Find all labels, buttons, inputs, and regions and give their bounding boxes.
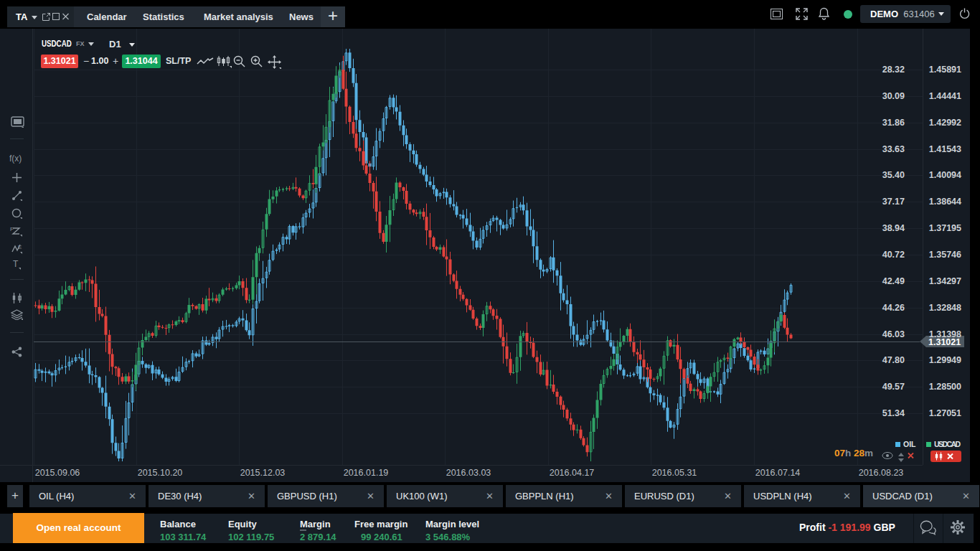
svg-text:49.57: 49.57: [882, 382, 905, 392]
svg-text:2016.05.31: 2016.05.31: [652, 468, 697, 478]
svg-text:44.26: 44.26: [882, 303, 905, 313]
svg-text:28.32: 28.32: [882, 65, 905, 75]
svg-text:2015.10.20: 2015.10.20: [138, 468, 183, 478]
svg-text:USDCAD: USDCAD: [934, 440, 961, 448]
svg-text:2016.04.17: 2016.04.17: [550, 468, 595, 478]
svg-text:46.03: 46.03: [882, 329, 905, 339]
svg-text:30.09: 30.09: [882, 91, 905, 101]
svg-text:33.63: 33.63: [882, 144, 905, 154]
svg-text:2016.08.23: 2016.08.23: [859, 468, 904, 478]
svg-text:1.40094: 1.40094: [929, 170, 961, 180]
svg-text:37.17: 37.17: [882, 197, 905, 207]
svg-text:2016.01.19: 2016.01.19: [344, 468, 389, 478]
svg-text:31.86: 31.86: [882, 118, 905, 128]
svg-text:2015.12.03: 2015.12.03: [240, 468, 286, 478]
svg-text:1.29949: 1.29949: [929, 355, 961, 365]
svg-text:1.28500: 1.28500: [929, 382, 961, 392]
svg-text:1.35746: 1.35746: [929, 250, 961, 260]
svg-text:1.34297: 1.34297: [929, 276, 961, 286]
svg-text:1.31398: 1.31398: [929, 329, 961, 339]
svg-text:1.27051: 1.27051: [929, 408, 961, 418]
svg-text:1.42992: 1.42992: [929, 118, 961, 128]
svg-text:2015.09.06: 2015.09.06: [35, 468, 80, 478]
svg-text:47.80: 47.80: [882, 355, 905, 365]
svg-text:1.32848: 1.32848: [929, 303, 961, 313]
svg-text:40.72: 40.72: [882, 250, 905, 260]
svg-text:51.34: 51.34: [882, 408, 905, 418]
svg-text:1.37195: 1.37195: [929, 223, 961, 233]
svg-text:1.45891: 1.45891: [929, 65, 961, 75]
svg-text:2016.03.03: 2016.03.03: [446, 468, 491, 478]
svg-text:38.94: 38.94: [882, 223, 905, 233]
svg-text:1.44441: 1.44441: [929, 91, 961, 101]
svg-text:OIL: OIL: [903, 440, 916, 448]
svg-text:2016.07.14: 2016.07.14: [755, 468, 801, 478]
svg-text:07h 28m: 07h 28m: [834, 448, 873, 458]
svg-text:1.41543: 1.41543: [929, 144, 961, 154]
svg-text:35.40: 35.40: [882, 170, 905, 180]
svg-text:42.49: 42.49: [882, 276, 905, 286]
svg-text:1.38644: 1.38644: [929, 197, 961, 207]
